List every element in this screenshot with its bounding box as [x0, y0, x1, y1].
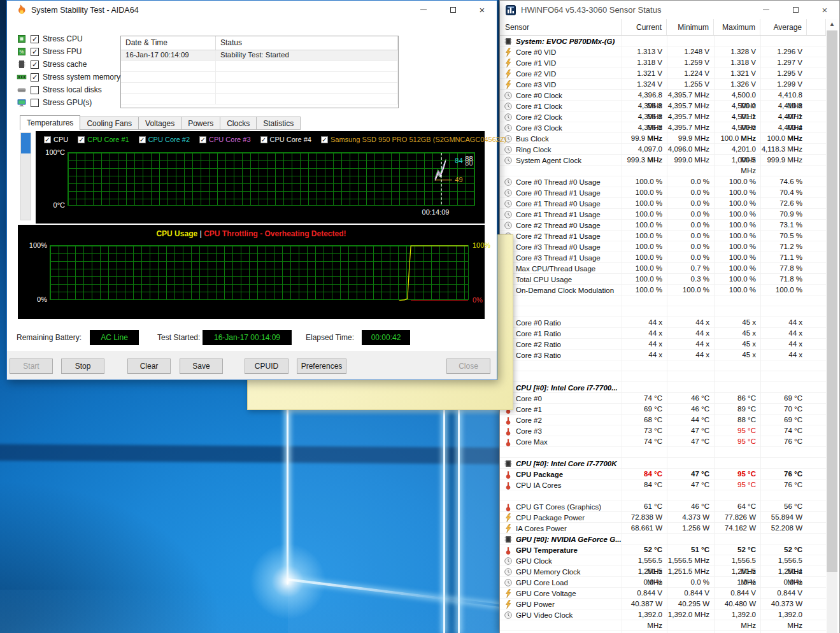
sensor-row-core-2-thread-1-usage[interactable]: Core #2 Thread #1 Usage100.0 %0.0 %100.0…: [500, 231, 826, 241]
legend-item-cpu-core-2[interactable]: ✓CPU Core #2: [139, 136, 190, 143]
column-header-current[interactable]: Current: [622, 19, 667, 35]
stress-option-stress-local-disks[interactable]: Stress local disks: [16, 83, 121, 96]
sensor-row-gpu-memory-clock[interactable]: GPU Memory Clock1,251.5 MHz1,251.5 MHz1,…: [500, 566, 826, 577]
sensor-row-core-3-clock[interactable]: Core #3 Clock4,396.8 MHz4,395.7 MHz4,500…: [500, 122, 826, 133]
sensor-row-gpu-core-load[interactable]: GPU Core Load0.0 %0.0 %1.0 %0.0 %: [500, 577, 826, 588]
sensor-row-gpu-clock[interactable]: GPU Clock1,556.5 MHz1,556.5 MHz1,556.5 M…: [500, 555, 826, 566]
checkbox-stress-cache[interactable]: ✓: [31, 60, 39, 69]
checkbox-stress-fpu[interactable]: ✓: [31, 48, 39, 56]
sensor-row-max-cpu-thread-usage[interactable]: Max CPU/Thread Usage100.0 %0.7 %100.0 %7…: [500, 263, 826, 274]
log-column-header-status[interactable]: Status: [216, 36, 398, 50]
sensor-row-system-agent-clock[interactable]: System Agent Clock999.3 MHz999.0 MHz1,00…: [500, 155, 826, 166]
legend-item-cpu-core-3[interactable]: ✓CPU Core #3: [199, 136, 250, 143]
hwinfo-maximize-button[interactable]: [781, 1, 810, 19]
sensor-row-cpu-package-power[interactable]: CPU Package Power72.838 W4.373 W77.826 W…: [500, 512, 826, 523]
log-table-header[interactable]: Date & TimeStatus: [121, 36, 398, 50]
sensor-row-on-demand-clock-modulation[interactable]: On-Demand Clock Modulation100.0 %100.0 %…: [500, 285, 826, 295]
log-column-header-date-time[interactable]: Date & Time: [121, 36, 216, 50]
sensor-table-header[interactable]: SensorCurrentMinimumMaximumAverage: [500, 19, 826, 36]
chart-scrollbar-thumb[interactable]: [21, 133, 31, 153]
stress-option-stress-cache[interactable]: ✓Stress cache: [16, 58, 121, 71]
column-header-average[interactable]: Average: [760, 19, 807, 35]
sensor-row-core-3-thread-1-usage[interactable]: Core #3 Thread #1 Usage100.0 %0.0 %100.0…: [500, 252, 826, 263]
legend-checkbox[interactable]: ✓: [78, 136, 85, 143]
column-header-sensor[interactable]: Sensor: [500, 19, 622, 35]
sensor-row-core-0-thread-0-usage[interactable]: Core #0 Thread #0 Usage100.0 %0.0 %100.0…: [500, 176, 826, 187]
aida-maximize-button[interactable]: [438, 1, 467, 19]
sensor-row-ia-cores-power[interactable]: IA Cores Power68.661 W1.256 W74.162 W52.…: [500, 523, 826, 534]
checkbox-stress-cpu[interactable]: ✓: [31, 35, 39, 43]
legend-checkbox[interactable]: ✓: [44, 136, 51, 143]
sensor-row-core-1-thread-0-usage[interactable]: Core #1 Thread #0 Usage100.0 %0.0 %100.0…: [500, 198, 826, 209]
sensor-row-cpu-ia-cores[interactable]: CPU IA Cores84 °C47 °C95 °C76 °C: [500, 480, 826, 490]
legend-item-cpu[interactable]: ✓CPU: [44, 136, 68, 143]
legend-checkbox[interactable]: ✓: [260, 136, 267, 143]
cpuid-button[interactable]: CPUID: [245, 359, 288, 374]
sensor-row-core-max[interactable]: Core Max74 °C47 °C95 °C76 °C: [500, 436, 826, 447]
scroll-up-icon[interactable]: ▲: [827, 19, 837, 30]
sensor-row-gpu-core-voltage[interactable]: GPU Core Voltage0.844 V0.844 V0.844 V0.8…: [500, 588, 826, 599]
sensor-row-core-3-thread-0-usage[interactable]: Core #3 Thread #0 Usage100.0 %0.0 %100.0…: [500, 241, 826, 252]
stress-option-stress-gpu-s[interactable]: Stress GPU(s): [16, 96, 121, 109]
chart-scrollbar[interactable]: [20, 132, 31, 220]
stress-option-stress-system-memory[interactable]: ✓Stress system memory: [16, 71, 121, 83]
legend-checkbox[interactable]: ✓: [139, 136, 146, 143]
aida64-titlebar[interactable]: System Stability Test - AIDA64 ×: [7, 1, 497, 19]
sensor-row-cpu-package[interactable]: CPU Package84 °C47 °C95 °C76 °C: [500, 469, 826, 480]
sensor-row-core-1-vid[interactable]: Core #1 VID1.318 V1.259 V1.318 V1.297 V: [500, 57, 826, 68]
tab-temperatures[interactable]: Temperatures: [20, 115, 80, 130]
hwinfo-titlebar[interactable]: HWiNFO64 v5.43-3060 Sensor Status ×: [500, 1, 839, 19]
sensor-row-core-0-ratio[interactable]: Core #0 Ratio44 x44 x45 x44 x: [500, 317, 826, 328]
preferences-button[interactable]: Preferences: [297, 359, 346, 374]
legend-item-samsung-ssd-950-pro-512gb-s2gmncagc04562z[interactable]: ✓Samsung SSD 950 PRO 512GB (S2GMNCAGC045…: [321, 136, 506, 143]
clear-button[interactable]: Clear: [127, 359, 171, 374]
sensor-row-gpu-temperature[interactable]: GPU Temperature52 °C51 °C52 °C52 °C: [500, 544, 826, 555]
sensor-row-core-3-ratio[interactable]: Core #3 Ratio44 x44 x45 x44 x: [500, 350, 826, 360]
column-header-maximum[interactable]: Maximum: [714, 19, 760, 35]
checkbox-stress-gpu-s[interactable]: [31, 99, 39, 107]
tab-statistics[interactable]: Statistics: [257, 117, 301, 130]
sensor-row-core-2-clock[interactable]: Core #2 Clock4,396.8 MHz4,395.7 MHz4,501…: [500, 111, 826, 122]
hwinfo-close-button[interactable]: ×: [810, 1, 839, 19]
sensor-row-gpu-power[interactable]: GPU Power40.387 W40.295 W40.480 W40.373 …: [500, 599, 826, 609]
sensor-row-core-2-ratio[interactable]: Core #2 Ratio44 x44 x45 x44 x: [500, 339, 826, 350]
sensor-row-core-0-clock[interactable]: Core #0 Clock4,396.8 MHz4,395.7 MHz4,500…: [500, 90, 826, 101]
tab-voltages[interactable]: Voltages: [139, 117, 182, 130]
legend-checkbox[interactable]: ✓: [199, 136, 206, 143]
sensor-row-core-1[interactable]: Core #169 °C46 °C89 °C70 °C: [500, 404, 826, 415]
stop-button[interactable]: Stop: [61, 359, 104, 374]
sensor-row-core-2[interactable]: Core #268 °C44 °C88 °C69 °C: [500, 415, 826, 425]
sensor-row-core-2-thread-0-usage[interactable]: Core #2 Thread #0 Usage100.0 %0.0 %100.0…: [500, 220, 826, 231]
tab-powers[interactable]: Powers: [182, 117, 220, 130]
hwinfo-minimize-button[interactable]: [751, 1, 781, 19]
checkbox-stress-system-memory[interactable]: ✓: [31, 73, 39, 82]
sensor-row-bus-clock[interactable]: Bus Clock99.9 MHz99.9 MHz100.0 MHz100.0 …: [500, 133, 826, 144]
tab-clocks[interactable]: Clocks: [220, 117, 257, 130]
legend-checkbox[interactable]: ✓: [321, 136, 328, 143]
aida-close-button[interactable]: ×: [467, 1, 497, 19]
legend-item-cpu-core-1[interactable]: ✓CPU Core #1: [78, 136, 129, 143]
sensor-row-total-cpu-usage[interactable]: Total CPU Usage100.0 %0.3 %100.0 %71.8 %: [500, 274, 826, 285]
sensor-row-core-0-thread-1-usage[interactable]: Core #0 Thread #1 Usage100.0 %0.0 %100.0…: [500, 187, 826, 198]
sensor-row-gpu-video-clock[interactable]: GPU Video Clock1,392.0 MHz1,392.0 MHz1,3…: [500, 609, 826, 620]
sensor-row-core-0-vid[interactable]: Core #0 VID1.313 V1.248 V1.328 V1.296 V: [500, 46, 826, 57]
stress-option-stress-cpu[interactable]: ✓Stress CPU: [16, 32, 121, 45]
save-button[interactable]: Save: [180, 359, 223, 374]
sensor-row-core-3[interactable]: Core #373 °C47 °C95 °C74 °C: [500, 425, 826, 436]
sensor-row-core-1-ratio[interactable]: Core #1 Ratio44 x44 x45 x44 x: [500, 328, 826, 339]
sensor-row-core-0[interactable]: Core #074 °C46 °C86 °C69 °C: [500, 393, 826, 404]
tab-cooling-fans[interactable]: Cooling Fans: [80, 117, 139, 130]
sensor-row-core-1-clock[interactable]: Core #1 Clock4,396.8 MHz4,395.7 MHz4,500…: [500, 101, 826, 111]
hwinfo-scrollbar[interactable]: ▲: [827, 19, 837, 633]
hwinfo-scrollbar-thumb[interactable]: [827, 31, 837, 572]
sensor-row-core-1-thread-1-usage[interactable]: Core #1 Thread #1 Usage100.0 %0.0 %100.0…: [500, 209, 826, 220]
aida-minimize-button[interactable]: [409, 1, 438, 19]
sensor-row-cpu-gt-cores-graphics[interactable]: CPU GT Cores (Graphics)61 °C46 °C64 °C56…: [500, 501, 826, 512]
sensor-row-core-3-vid[interactable]: Core #3 VID1.324 V1.255 V1.326 V1.299 V: [500, 79, 826, 90]
legend-item-cpu-core-4[interactable]: ✓CPU Core #4: [260, 136, 311, 143]
sensor-row-core-2-vid[interactable]: Core #2 VID1.321 V1.224 V1.321 V1.295 V: [500, 68, 826, 79]
checkbox-stress-local-disks[interactable]: [31, 86, 39, 94]
stress-option-stress-fpu[interactable]: %✓Stress FPU: [16, 45, 121, 58]
sensor-row-ring-clock[interactable]: Ring Clock4,097.0 MHz4,096.0 MHz4,201.0 …: [500, 144, 826, 155]
column-header-minimum[interactable]: Minimum: [667, 19, 714, 35]
